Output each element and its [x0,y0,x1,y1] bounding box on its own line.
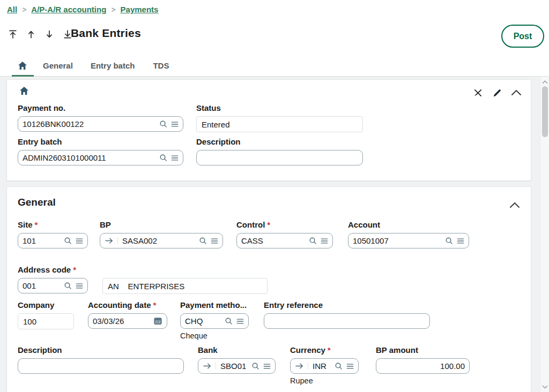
menu-icon[interactable] [76,237,83,245]
goto-record-arrow-icon[interactable] [295,363,308,370]
next-record-button[interactable] [43,28,55,40]
scrollbar-up-button[interactable] [540,78,549,86]
required-marker: * [328,345,331,355]
search-icon[interactable] [64,282,72,290]
search-icon[interactable] [251,362,259,370]
currency-input[interactable] [313,361,331,371]
goto-record-arrow-icon[interactable] [105,237,118,244]
accounting-date-field: Accounting date* [88,300,167,329]
currency-label: Currency* [290,345,359,355]
search-icon[interactable] [199,237,207,245]
search-icon[interactable] [64,237,72,245]
bp-input[interactable] [122,236,195,245]
address-code-input[interactable] [23,281,60,290]
bp-lookup [100,233,223,248]
header-description-label: Description [196,137,363,146]
content-scrollbar[interactable] [540,77,549,392]
top-header-bar: All > A/P-A/R accounting > Payments Bank… [0,0,549,77]
previous-record-button[interactable] [25,28,37,40]
tab-bar: General Entry batch TDS [0,55,549,77]
site-lookup [18,233,88,248]
post-button[interactable]: Post [501,25,544,48]
bp-amount-input[interactable] [381,361,465,371]
bank-input[interactable] [220,361,248,371]
entry-batch-lookup [18,150,183,165]
breadcrumb-link-payments[interactable]: Payments [121,5,159,14]
header-description-input[interactable] [201,153,358,162]
panel-home-actions [472,87,522,99]
menu-icon[interactable] [171,154,179,162]
payment-method-field: Payment metho... Cheque [180,300,249,340]
tab-tds[interactable]: TDS [153,61,169,70]
account-lookup [348,233,469,248]
address-code-field: Address code* [18,265,88,293]
address-code-label: Address code* [18,265,88,274]
chevron-up-icon [542,80,548,84]
entry-reference-input[interactable] [269,316,425,326]
payment-method-input[interactable] [185,316,221,326]
status-value [202,120,358,129]
menu-icon[interactable] [236,318,244,325]
required-marker: * [35,220,38,229]
bp-label: BP [100,220,223,229]
address-name-value [108,282,262,291]
scrollbar-thumb[interactable] [542,86,548,137]
status-field: Status [196,103,363,132]
tab-entry-batch[interactable]: Entry batch [91,61,135,70]
bp-amount-field: BP amount [376,345,470,374]
menu-icon[interactable] [263,363,271,370]
panel-home-icon [19,86,29,99]
site-field: Site* [18,220,88,248]
tab-general[interactable]: General [43,61,73,70]
goto-record-arrow-icon[interactable] [203,363,216,370]
calendar-icon[interactable] [153,316,162,326]
description-input[interactable] [23,361,179,371]
site-input[interactable] [23,236,60,245]
payment-no-label: Payment no. [18,103,183,112]
payment-method-lookup [180,313,249,329]
chevron-down-icon [542,385,548,389]
home-icon [17,61,28,71]
currency-hint: Rupee [290,376,359,385]
content-area: Payment no. Status Entry batch Descripti… [0,77,549,392]
edit-pencil-icon[interactable] [491,87,503,99]
payment-method-hint: Cheque [180,331,249,340]
collapse-general-icon[interactable] [509,201,521,208]
search-icon[interactable] [335,362,343,370]
collapse-panel-icon[interactable] [510,87,522,99]
menu-icon[interactable] [171,120,179,128]
header-description-field: Description [196,137,363,165]
crossed-pen-icon[interactable] [472,87,484,99]
search-icon[interactable] [309,237,317,245]
accounting-date-label: Accounting date* [88,300,167,310]
search-icon[interactable] [159,154,167,162]
bp-amount-box [376,358,470,374]
breadcrumb-link-all[interactable]: All [7,5,17,14]
address-name-spacer [102,265,268,274]
control-input[interactable] [241,236,305,245]
breadcrumb-link-ap-ar-accounting[interactable]: A/P-A/R accounting [31,5,106,14]
menu-icon[interactable] [321,237,328,245]
account-input[interactable] [353,236,441,245]
search-icon[interactable] [445,237,453,245]
payment-no-input[interactable] [23,119,155,129]
tab-home[interactable] [12,61,33,71]
general-section-title: General [18,197,56,208]
scrollbar-down-button[interactable] [540,382,549,391]
breadcrumb-separator: > [22,5,26,14]
search-icon[interactable] [159,120,167,128]
accounting-date-input[interactable] [93,316,150,326]
first-record-button[interactable] [7,28,19,40]
control-field: Control* [236,220,333,248]
search-icon[interactable] [225,317,233,325]
menu-icon[interactable] [457,237,464,245]
bp-field: BP [100,220,223,248]
menu-icon[interactable] [76,282,83,290]
menu-icon[interactable] [346,363,354,370]
record-navigation [7,28,73,40]
bank-lookup [198,358,276,374]
bank-field: Bank [198,345,276,374]
entry-batch-input[interactable] [23,153,155,162]
breadcrumb-separator: > [111,5,115,14]
menu-icon[interactable] [211,237,218,245]
